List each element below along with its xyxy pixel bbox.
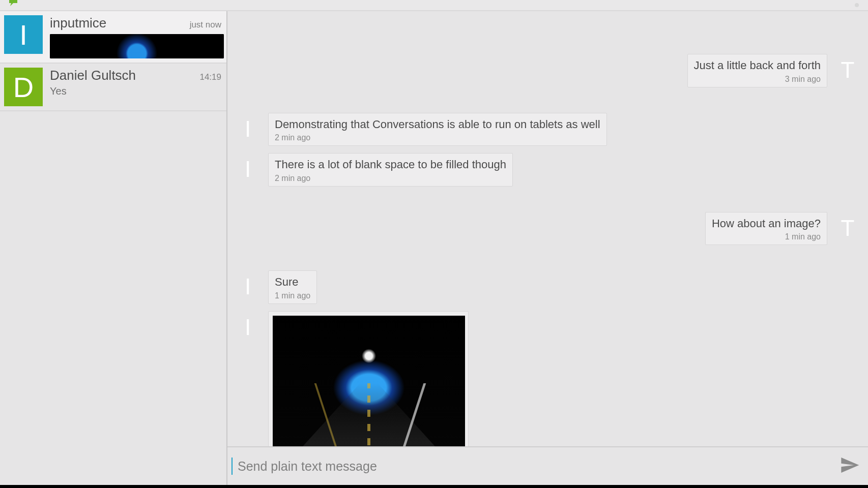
- app-logo-icon: [7, 0, 19, 8]
- message-incoming[interactable]: I There is a lot of blank space to be fi…: [232, 153, 864, 187]
- message-incoming[interactable]: I Sure 1 min ago: [232, 270, 864, 304]
- message-text: Demonstrating that Conversations is able…: [275, 117, 600, 132]
- avatar: I: [232, 311, 264, 344]
- send-button[interactable]: [836, 453, 863, 479]
- conversation-name: inputmice: [50, 15, 106, 31]
- conversation-time: just now: [190, 20, 221, 30]
- conversation-item[interactable]: I inputmice just now: [0, 11, 226, 64]
- conversation-name: Daniel Gultsch: [50, 68, 136, 83]
- message-text: There is a lot of blank space to be fill…: [275, 158, 506, 172]
- status-indicator-icon: [855, 3, 859, 7]
- message-image[interactable]: [273, 316, 465, 447]
- avatar: I: [232, 153, 264, 186]
- avatar: I: [4, 15, 43, 54]
- message-list[interactable]: Just a little back and forth 3 min ago T…: [227, 11, 868, 446]
- conversation-preview-image: [50, 34, 224, 58]
- message-text: How about an image?: [712, 217, 821, 231]
- message-input[interactable]: [238, 459, 831, 474]
- avatar: T: [831, 212, 864, 245]
- avatar: I: [232, 113, 264, 145]
- message-incoming[interactable]: I Demonstrating that Conversations is ab…: [232, 113, 864, 146]
- text-cursor-icon: [232, 458, 233, 475]
- message-meta: 1 min ago: [275, 291, 310, 300]
- send-icon: [840, 455, 860, 477]
- avatar: I: [232, 270, 264, 303]
- message-outgoing[interactable]: How about an image? 1 min ago T: [232, 212, 864, 246]
- message-outgoing[interactable]: Just a little back and forth 3 min ago T: [232, 54, 864, 87]
- message-meta: 2 min ago: [275, 174, 506, 183]
- message-text: Sure: [275, 275, 310, 289]
- conversation-list: I inputmice just now D Daniel Gultsch: [0, 11, 227, 485]
- conversation-preview-text: Yes: [50, 85, 221, 97]
- message-meta: 1 min ago: [712, 232, 821, 241]
- message-incoming-image[interactable]: I just now · 36 KB: [232, 311, 864, 447]
- avatar: D: [4, 68, 43, 106]
- avatar: T: [831, 54, 864, 86]
- message-meta: 3 min ago: [694, 75, 821, 84]
- message-composer: [227, 446, 868, 485]
- conversation-item[interactable]: D Daniel Gultsch 14:19 Yes: [0, 64, 226, 111]
- chat-pane: Just a little back and forth 3 min ago T…: [227, 11, 868, 485]
- message-meta: 2 min ago: [275, 133, 600, 142]
- conversation-time: 14:19: [199, 72, 221, 82]
- status-bar: [0, 0, 868, 10]
- message-text: Just a little back and forth: [694, 58, 821, 73]
